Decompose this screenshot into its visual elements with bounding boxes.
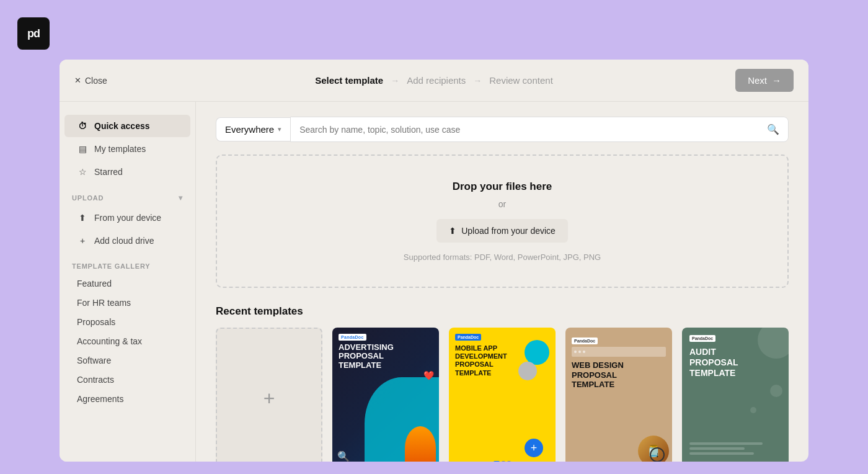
web-pandadoc-logo: PandaDoc bbox=[572, 338, 598, 344]
template-thumb-mobile-app: PandaDoc Mobile AppDevelopmentProposalTe… bbox=[449, 328, 556, 462]
sidebar-item-add-cloud[interactable]: + Add cloud drive bbox=[64, 230, 190, 252]
star-icon: ☆ bbox=[77, 166, 88, 177]
upload-icon: ⬆ bbox=[77, 212, 88, 223]
add-icon: + bbox=[264, 387, 275, 410]
mobile-card-title: Mobile AppDevelopmentProposalTemplate bbox=[455, 344, 549, 377]
audit-card-lines bbox=[689, 442, 781, 457]
main-window: ✕ Close Select template → Add recipients… bbox=[60, 60, 808, 462]
mobile-plus-icon: + bbox=[525, 439, 543, 457]
next-arrow-icon: → bbox=[772, 75, 781, 86]
upload-section-header: UPLOAD ▾ bbox=[60, 184, 195, 206]
upload-button-label: Upload from your device bbox=[461, 226, 556, 236]
close-icon: ✕ bbox=[74, 76, 81, 85]
upload-icon: ⬆ bbox=[449, 226, 456, 236]
content: Everywhere ▾ 🔍 Drop your files here or ⬆… bbox=[196, 102, 808, 462]
location-dropdown[interactable]: Everywhere ▾ bbox=[216, 117, 290, 141]
drop-zone-title: Drop your files here bbox=[229, 181, 775, 193]
web-card-header bbox=[572, 347, 666, 357]
search-row: Everywhere ▾ 🔍 bbox=[216, 117, 789, 142]
app-logo[interactable]: pd bbox=[17, 17, 50, 50]
sidebar-item-my-templates[interactable]: ▤ My templates bbox=[64, 138, 190, 160]
breadcrumb: Select template → Add recipients → Revie… bbox=[315, 75, 553, 86]
breadcrumb-step-2: Add recipients bbox=[407, 75, 466, 86]
dropdown-label: Everywhere bbox=[225, 124, 274, 135]
breadcrumb-arrow-1: → bbox=[391, 76, 399, 86]
template-card-advertising[interactable]: PandaDoc ADVERTISINGPROPOSALTEMPLATE ❤️ … bbox=[332, 328, 439, 462]
adv-card-title: ADVERTISINGPROPOSALTEMPLATE bbox=[339, 343, 433, 370]
sidebar-item-starred[interactable]: ☆ Starred bbox=[64, 161, 190, 183]
template-thumb-advertising: PandaDoc ADVERTISINGPROPOSALTEMPLATE ❤️ … bbox=[332, 328, 439, 462]
clock-icon: ⏱ bbox=[77, 120, 88, 132]
dropdown-chevron-icon: ▾ bbox=[278, 125, 281, 133]
mobile-pandadoc-logo: PandaDoc bbox=[455, 334, 481, 341]
next-label: Next bbox=[748, 75, 767, 86]
template-card-mobile-app[interactable]: PandaDoc Mobile AppDevelopmentProposalTe… bbox=[449, 328, 556, 462]
recent-templates-title: Recent templates bbox=[216, 305, 789, 318]
plus-icon: + bbox=[77, 235, 88, 246]
file-icon: ▤ bbox=[77, 143, 88, 154]
upload-section-label: UPLOAD bbox=[72, 194, 104, 202]
sidebar-add-cloud-label: Add cloud drive bbox=[94, 236, 154, 246]
upload-button[interactable]: ⬆ Upload from your device bbox=[436, 219, 568, 243]
next-button[interactable]: Next → bbox=[735, 69, 794, 92]
sidebar-gallery-hr[interactable]: For HR teams bbox=[64, 293, 190, 312]
sidebar-gallery-featured[interactable]: Featured bbox=[64, 274, 190, 293]
drop-zone-or: or bbox=[229, 199, 775, 209]
logo-text: pd bbox=[27, 27, 40, 40]
template-card-blank[interactable]: + Start from blank bbox=[216, 328, 322, 462]
audit-card-title: AUDITPROPOSALTEMPLATE bbox=[689, 347, 781, 378]
mobile-card-dots bbox=[494, 461, 511, 462]
sidebar-quick-access-label: Quick access bbox=[94, 121, 150, 131]
sidebar-gallery-software[interactable]: Software bbox=[64, 351, 190, 370]
template-thumb-audit: PandaDoc AUDITPROPOSALTEMPLATE bbox=[682, 328, 789, 462]
sidebar-starred-label: Starred bbox=[94, 167, 123, 177]
web-card-arrow-icon: ↓ bbox=[650, 447, 665, 462]
breadcrumb-step-3: Review content bbox=[489, 75, 553, 86]
sidebar-item-quick-access[interactable]: ⏱ Quick access bbox=[64, 115, 190, 137]
sidebar-gallery-proposals[interactable]: Proposals bbox=[64, 313, 190, 331]
breadcrumb-arrow-2: → bbox=[473, 76, 482, 86]
close-button[interactable]: ✕ Close bbox=[74, 76, 107, 86]
search-input-wrap: 🔍 bbox=[290, 117, 789, 142]
web-card-title: WEB DESIGNPROPOSALTEMPLATE bbox=[572, 360, 666, 390]
adv-heart-icon: ❤️ bbox=[423, 370, 434, 380]
supported-formats: Supported formats: PDF, Word, PowerPoint… bbox=[229, 253, 775, 262]
template-card-web-design[interactable]: PandaDoc WEB DESIGNPROPOSALTEMPLATE 🫙 ↓ … bbox=[565, 328, 672, 462]
gallery-section-header: TEMPLATE GALLERY bbox=[60, 253, 195, 274]
chevron-down-icon: ▾ bbox=[179, 194, 183, 202]
sidebar-gallery-accounting[interactable]: Accounting & tax bbox=[64, 332, 190, 351]
search-icon: 🔍 bbox=[767, 123, 779, 135]
close-label: Close bbox=[85, 76, 107, 86]
breadcrumb-step-1: Select template bbox=[315, 75, 383, 86]
sidebar-gallery-agreements[interactable]: Agreements bbox=[64, 390, 190, 408]
search-input[interactable] bbox=[299, 125, 767, 135]
adv-search-icon: 🔍 bbox=[337, 450, 350, 462]
adv-pandadoc-logo: PandaDoc bbox=[339, 334, 366, 341]
sidebar: ⏱ Quick access ▤ My templates ☆ Starred … bbox=[60, 102, 196, 462]
template-card-audit[interactable]: PandaDoc AUDITPROPOSALTEMPLATE bbox=[682, 328, 789, 462]
template-thumb-blank: + bbox=[216, 328, 322, 462]
header: ✕ Close Select template → Add recipients… bbox=[60, 60, 808, 102]
body: ⏱ Quick access ▤ My templates ☆ Starred … bbox=[60, 102, 808, 462]
sidebar-from-device-label: From your device bbox=[94, 213, 161, 223]
sidebar-item-from-device[interactable]: ⬆ From your device bbox=[64, 207, 190, 229]
sidebar-my-templates-label: My templates bbox=[94, 144, 146, 154]
gallery-section-label: TEMPLATE GALLERY bbox=[72, 262, 150, 270]
drop-zone[interactable]: Drop your files here or ⬆ Upload from yo… bbox=[216, 154, 789, 288]
template-thumb-web-design: PandaDoc WEB DESIGNPROPOSALTEMPLATE 🫙 ↓ bbox=[565, 328, 672, 462]
templates-grid: + Start from blank PandaDoc ADVERTISINGP… bbox=[216, 328, 789, 462]
sidebar-gallery-contracts[interactable]: Contracts bbox=[64, 370, 190, 389]
